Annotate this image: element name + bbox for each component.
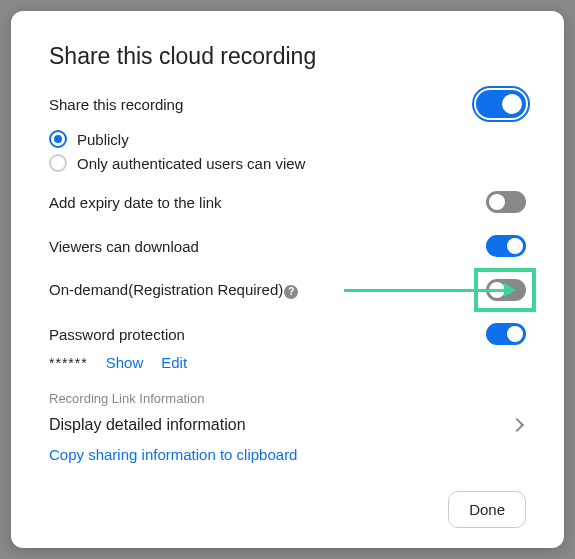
expiry-label: Add expiry date to the link [49,194,222,211]
password-controls: ****** Show Edit [49,354,526,371]
radio-authenticated-label: Only authenticated users can view [77,155,305,172]
done-button[interactable]: Done [448,491,526,528]
display-detail-row[interactable]: Display detailed information [49,416,526,434]
radio-publicly-indicator [49,130,67,148]
modal-title: Share this cloud recording [49,43,526,70]
radio-publicly[interactable]: Publicly [49,130,526,148]
edit-password-button[interactable]: Edit [161,354,187,371]
chevron-right-icon [510,418,524,432]
ondemand-label: On-demand(Registration Required)? [49,281,298,298]
highlight-box [474,268,536,312]
password-toggle[interactable] [486,323,526,345]
download-label: Viewers can download [49,238,199,255]
password-mask: ****** [49,355,88,371]
download-toggle[interactable] [486,235,526,257]
radio-authenticated-indicator [49,154,67,172]
ondemand-row: On-demand(Registration Required)? [49,276,526,304]
expiry-toggle[interactable] [486,191,526,213]
share-recording-modal: Share this cloud recording Share this re… [11,11,564,548]
radio-authenticated[interactable]: Only authenticated users can view [49,154,526,172]
share-recording-row: Share this recording [49,90,526,118]
password-label: Password protection [49,326,185,343]
modal-footer: Done [448,491,526,528]
radio-publicly-label: Publicly [77,131,129,148]
password-row: Password protection [49,320,526,348]
share-recording-toggle[interactable] [476,90,526,118]
ondemand-label-text: On-demand(Registration Required) [49,281,283,298]
show-password-button[interactable]: Show [106,354,144,371]
download-row: Viewers can download [49,232,526,260]
expiry-row: Add expiry date to the link [49,188,526,216]
display-detail-label: Display detailed information [49,416,246,434]
help-icon[interactable]: ? [284,285,298,299]
share-radio-group: Publicly Only authenticated users can vi… [49,130,526,172]
link-info-header: Recording Link Information [49,391,526,406]
copy-sharing-link[interactable]: Copy sharing information to clipboard [49,446,526,463]
share-recording-label: Share this recording [49,96,183,113]
